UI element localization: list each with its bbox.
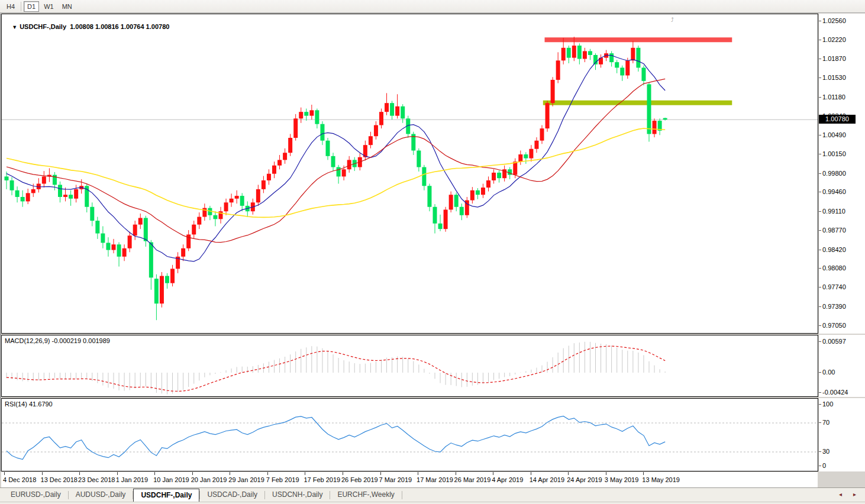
- timeframe-button-d1[interactable]: D1: [24, 1, 39, 12]
- candle: [561, 48, 566, 60]
- candle: [10, 180, 14, 190]
- date-label: 23 Dec 2018: [78, 476, 115, 483]
- candle: [583, 51, 587, 59]
- candle: [69, 195, 73, 199]
- candle: [272, 166, 276, 174]
- candle: [117, 244, 121, 257]
- chart-tab-eurusd-daily[interactable]: EURUSD-,Daily: [4, 489, 68, 502]
- price-axis: 1.00780 1.025601.022201.018701.015301.01…: [819, 14, 865, 334]
- timeframe-button-mn[interactable]: MN: [59, 1, 76, 12]
- date-label: 29 Jan 2019: [228, 476, 264, 483]
- date-tick: [305, 472, 305, 475]
- ohlc-close: 1.00780: [146, 23, 170, 30]
- candle: [620, 67, 624, 75]
- timeframe-button-h4[interactable]: H4: [3, 1, 18, 12]
- candle: [160, 276, 164, 303]
- candle: [615, 62, 619, 67]
- candle: [513, 161, 517, 175]
- candle: [631, 48, 635, 60]
- date-tick: [42, 472, 43, 475]
- candle: [641, 67, 645, 80]
- chart-tab-audusd-daily[interactable]: AUDUSD-,Daily: [69, 489, 133, 502]
- date-tick: [418, 472, 418, 475]
- candle: [165, 276, 169, 283]
- candle: [374, 125, 378, 137]
- candle: [449, 195, 453, 209]
- date-tick: [79, 472, 80, 475]
- ohlc-high: 1.00816: [95, 23, 119, 30]
- rsi-chart: [2, 399, 818, 471]
- rsi-axis-label: 100: [822, 400, 833, 408]
- chart-title: ▼USDCHF-,Daily 1.00808 1.00816 1.00764 1…: [5, 16, 169, 37]
- chart-dropdown-caret[interactable]: ▼: [12, 24, 17, 30]
- date-label: 26 Mar 2019: [454, 476, 491, 483]
- tab-scroll-left-arrow[interactable]: ◂: [839, 491, 845, 498]
- candle: [385, 103, 389, 112]
- chart-tab-usdcad-daily[interactable]: USDCAD-,Daily: [200, 489, 264, 502]
- date-label: 26 Feb 2019: [341, 476, 378, 483]
- date-axis: 4 Dec 201813 Dec 201823 Dec 20181 Jan 20…: [1, 472, 818, 487]
- candle: [653, 121, 657, 134]
- timeframe-button-w1[interactable]: W1: [40, 1, 57, 12]
- price-axis-label: 0.99460: [822, 188, 846, 195]
- main-chart-panel: ▼USDCHF-,Daily 1.00808 1.00816 1.00764 1…: [1, 14, 818, 334]
- moving-average-fast: [7, 55, 665, 261]
- macd-axis-label: 0.00: [822, 369, 835, 376]
- candle: [534, 141, 538, 149]
- candle: [444, 209, 448, 229]
- tab-separator: [402, 491, 402, 499]
- candle: [256, 189, 260, 202]
- rsi-axis-label: 30: [822, 448, 830, 455]
- date-label: 10 Jan 2019: [153, 476, 189, 483]
- date-label: 17 Mar 2019: [417, 476, 453, 483]
- candle: [283, 153, 287, 160]
- candle: [170, 269, 175, 283]
- date-tick: [4, 472, 5, 475]
- chart-tab-usdchf-daily[interactable]: USDCHF-,Daily: [133, 489, 199, 502]
- candle: [593, 55, 598, 64]
- candle: [154, 279, 159, 303]
- rsi-axis: 10070300: [819, 398, 865, 471]
- candle: [267, 174, 271, 180]
- candle: [433, 207, 437, 224]
- candle: [106, 243, 110, 250]
- candle: [390, 103, 394, 115]
- tab-scroll-right-arrow[interactable]: ▸: [853, 491, 859, 498]
- date-tick: [154, 472, 155, 475]
- price-axis-label: 1.01530: [822, 74, 846, 81]
- candle: [58, 185, 62, 197]
- moving-average-slow: [7, 128, 665, 217]
- candle: [518, 154, 522, 161]
- candle: [572, 46, 576, 58]
- candle: [497, 173, 501, 178]
- candle: [529, 149, 533, 159]
- rsi-axis-label: 0: [822, 462, 826, 469]
- candle: [524, 154, 528, 159]
- price-axis-label: 0.99110: [822, 208, 845, 215]
- date-label: 4 Dec 2018: [3, 476, 36, 483]
- macd-panel: MACD(12,26,9) -0.000219 0.001989: [1, 335, 818, 397]
- price-axis-label: 0.97050: [822, 322, 846, 329]
- candle: [588, 51, 592, 55]
- candle: [379, 112, 383, 125]
- candle: [128, 235, 132, 248]
- resistance-band[interactable]: [545, 37, 732, 42]
- candle: [401, 106, 405, 119]
- candle: [315, 110, 319, 124]
- candle: [369, 136, 373, 145]
- chart-tab-eurchf-weekly[interactable]: EURCHF-,Weekly: [330, 489, 401, 502]
- candle: [224, 202, 228, 211]
- date-tick: [493, 472, 493, 475]
- chart-tab-usdcnh-daily[interactable]: USDCNH-,Daily: [265, 489, 330, 502]
- date-tick: [456, 472, 456, 475]
- date-tick: [267, 472, 268, 475]
- candle: [625, 60, 630, 75]
- candle: [476, 190, 480, 195]
- candle: [5, 176, 9, 180]
- tabbar-underline: [0, 502, 865, 502]
- candle: [486, 180, 490, 188]
- candle: [235, 196, 239, 199]
- candle: [551, 80, 555, 103]
- date-label: 24 Apr 2019: [567, 476, 602, 483]
- date-label: 13 Dec 2018: [41, 476, 78, 483]
